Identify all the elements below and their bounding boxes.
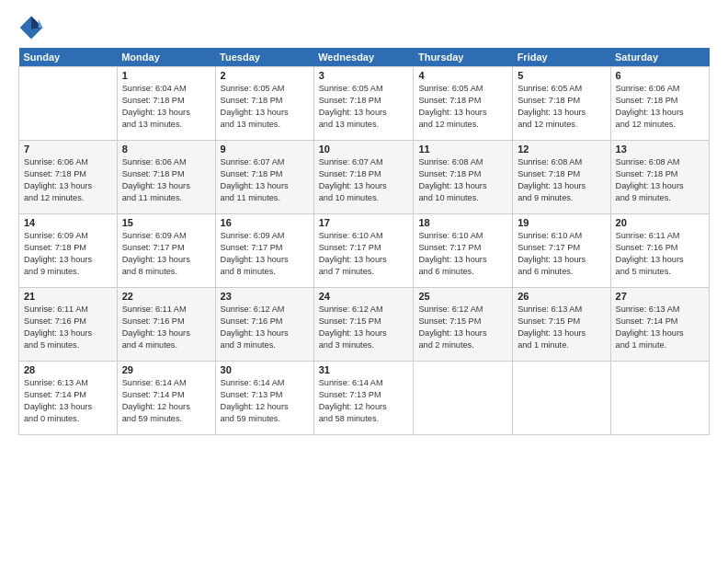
day-info: Sunrise: 6:14 AM Sunset: 7:13 PM Dayligh…	[221, 377, 309, 425]
calendar-cell: 13Sunrise: 6:08 AM Sunset: 7:18 PM Dayli…	[610, 141, 709, 214]
day-number: 30	[221, 364, 309, 375]
calendar-cell: 12Sunrise: 6:08 AM Sunset: 7:18 PM Dayli…	[513, 141, 610, 214]
week-row-5: 28Sunrise: 6:13 AM Sunset: 7:14 PM Dayli…	[19, 362, 710, 435]
calendar-cell: 14Sunrise: 6:09 AM Sunset: 7:18 PM Dayli…	[19, 214, 118, 288]
col-header-wednesday: Wednesday	[313, 48, 414, 67]
calendar-header-row: SundayMondayTuesdayWednesdayThursdayFrid…	[19, 48, 710, 67]
col-header-thursday: Thursday	[414, 48, 513, 67]
day-info: Sunrise: 6:06 AM Sunset: 7:18 PM Dayligh…	[24, 156, 112, 204]
calendar-cell: 11Sunrise: 6:08 AM Sunset: 7:18 PM Dayli…	[414, 141, 513, 214]
day-number: 12	[518, 144, 605, 155]
calendar-cell: 7Sunrise: 6:06 AM Sunset: 7:18 PM Daylig…	[19, 141, 118, 214]
day-info: Sunrise: 6:06 AM Sunset: 7:18 PM Dayligh…	[616, 83, 704, 131]
calendar-cell: 9Sunrise: 6:07 AM Sunset: 7:18 PM Daylig…	[215, 141, 313, 214]
calendar-cell: 1Sunrise: 6:04 AM Sunset: 7:18 PM Daylig…	[117, 67, 215, 141]
svg-marker-2	[39, 19, 43, 28]
day-number: 23	[221, 291, 309, 302]
day-number: 24	[319, 291, 409, 302]
day-info: Sunrise: 6:05 AM Sunset: 7:18 PM Dayligh…	[518, 83, 605, 131]
calendar-cell: 26Sunrise: 6:13 AM Sunset: 7:15 PM Dayli…	[513, 288, 610, 362]
day-number: 7	[24, 144, 112, 155]
logo	[18, 15, 48, 40]
calendar-cell: 30Sunrise: 6:14 AM Sunset: 7:13 PM Dayli…	[215, 362, 313, 435]
day-number: 18	[418, 217, 507, 228]
week-row-1: 1Sunrise: 6:04 AM Sunset: 7:18 PM Daylig…	[19, 67, 710, 141]
day-info: Sunrise: 6:09 AM Sunset: 7:17 PM Dayligh…	[122, 230, 210, 278]
day-number: 2	[221, 70, 309, 81]
day-number: 10	[319, 144, 409, 155]
logo-icon	[18, 15, 44, 40]
calendar-cell: 21Sunrise: 6:11 AM Sunset: 7:16 PM Dayli…	[19, 288, 118, 362]
day-number: 14	[24, 217, 112, 228]
day-info: Sunrise: 6:12 AM Sunset: 7:15 PM Dayligh…	[319, 304, 409, 351]
calendar-cell: 17Sunrise: 6:10 AM Sunset: 7:17 PM Dayli…	[313, 214, 414, 288]
calendar-cell: 29Sunrise: 6:14 AM Sunset: 7:14 PM Dayli…	[117, 362, 215, 435]
col-header-monday: Monday	[117, 48, 215, 67]
day-info: Sunrise: 6:11 AM Sunset: 7:16 PM Dayligh…	[24, 304, 112, 351]
calendar-cell: 3Sunrise: 6:05 AM Sunset: 7:18 PM Daylig…	[313, 67, 414, 141]
calendar-cell: 31Sunrise: 6:14 AM Sunset: 7:13 PM Dayli…	[313, 362, 414, 435]
calendar-cell: 4Sunrise: 6:05 AM Sunset: 7:18 PM Daylig…	[414, 67, 513, 141]
day-number: 9	[221, 144, 309, 155]
calendar-cell: 22Sunrise: 6:11 AM Sunset: 7:16 PM Dayli…	[117, 288, 215, 362]
week-row-3: 14Sunrise: 6:09 AM Sunset: 7:18 PM Dayli…	[19, 214, 710, 288]
calendar-cell: 16Sunrise: 6:09 AM Sunset: 7:17 PM Dayli…	[215, 214, 313, 288]
day-info: Sunrise: 6:12 AM Sunset: 7:15 PM Dayligh…	[418, 304, 507, 351]
day-number: 21	[24, 291, 112, 302]
day-info: Sunrise: 6:06 AM Sunset: 7:18 PM Dayligh…	[122, 156, 210, 204]
day-info: Sunrise: 6:07 AM Sunset: 7:18 PM Dayligh…	[319, 156, 409, 204]
calendar-table: SundayMondayTuesdayWednesdayThursdayFrid…	[18, 48, 710, 435]
day-info: Sunrise: 6:14 AM Sunset: 7:13 PM Dayligh…	[319, 377, 409, 425]
week-row-2: 7Sunrise: 6:06 AM Sunset: 7:18 PM Daylig…	[19, 141, 710, 214]
day-info: Sunrise: 6:04 AM Sunset: 7:18 PM Dayligh…	[122, 83, 210, 131]
col-header-friday: Friday	[513, 48, 610, 67]
day-number: 27	[616, 291, 704, 302]
day-info: Sunrise: 6:13 AM Sunset: 7:15 PM Dayligh…	[518, 304, 605, 351]
day-info: Sunrise: 6:10 AM Sunset: 7:17 PM Dayligh…	[319, 230, 409, 278]
page: SundayMondayTuesdayWednesdayThursdayFrid…	[0, 0, 728, 563]
day-number: 1	[122, 70, 210, 81]
day-info: Sunrise: 6:09 AM Sunset: 7:18 PM Dayligh…	[24, 230, 112, 278]
calendar-cell: 24Sunrise: 6:12 AM Sunset: 7:15 PM Dayli…	[313, 288, 414, 362]
calendar-cell: 28Sunrise: 6:13 AM Sunset: 7:14 PM Dayli…	[19, 362, 118, 435]
calendar-cell	[513, 362, 610, 435]
day-info: Sunrise: 6:10 AM Sunset: 7:17 PM Dayligh…	[518, 230, 605, 278]
day-info: Sunrise: 6:12 AM Sunset: 7:16 PM Dayligh…	[221, 304, 309, 351]
day-number: 17	[319, 217, 409, 228]
day-number: 15	[122, 217, 210, 228]
col-header-sunday: Sunday	[19, 48, 118, 67]
day-number: 4	[418, 70, 507, 81]
day-info: Sunrise: 6:13 AM Sunset: 7:14 PM Dayligh…	[24, 377, 112, 425]
day-info: Sunrise: 6:14 AM Sunset: 7:14 PM Dayligh…	[122, 377, 210, 425]
calendar-cell: 27Sunrise: 6:13 AM Sunset: 7:14 PM Dayli…	[610, 288, 709, 362]
day-number: 13	[616, 144, 704, 155]
calendar-cell: 18Sunrise: 6:10 AM Sunset: 7:17 PM Dayli…	[414, 214, 513, 288]
calendar-cell	[610, 362, 709, 435]
day-number: 16	[221, 217, 309, 228]
calendar-cell: 2Sunrise: 6:05 AM Sunset: 7:18 PM Daylig…	[215, 67, 313, 141]
calendar-cell	[19, 67, 118, 141]
calendar-cell: 5Sunrise: 6:05 AM Sunset: 7:18 PM Daylig…	[513, 67, 610, 141]
day-info: Sunrise: 6:05 AM Sunset: 7:18 PM Dayligh…	[221, 83, 309, 131]
day-number: 11	[418, 144, 507, 155]
col-header-tuesday: Tuesday	[215, 48, 313, 67]
day-info: Sunrise: 6:10 AM Sunset: 7:17 PM Dayligh…	[418, 230, 507, 278]
calendar-cell: 23Sunrise: 6:12 AM Sunset: 7:16 PM Dayli…	[215, 288, 313, 362]
day-info: Sunrise: 6:07 AM Sunset: 7:18 PM Dayligh…	[221, 156, 309, 204]
day-info: Sunrise: 6:05 AM Sunset: 7:18 PM Dayligh…	[319, 83, 409, 131]
col-header-saturday: Saturday	[610, 48, 709, 67]
calendar-cell: 8Sunrise: 6:06 AM Sunset: 7:18 PM Daylig…	[117, 141, 215, 214]
day-number: 26	[518, 291, 605, 302]
calendar-cell: 19Sunrise: 6:10 AM Sunset: 7:17 PM Dayli…	[513, 214, 610, 288]
day-number: 22	[122, 291, 210, 302]
day-number: 20	[616, 217, 704, 228]
header	[18, 15, 710, 40]
calendar-cell: 10Sunrise: 6:07 AM Sunset: 7:18 PM Dayli…	[313, 141, 414, 214]
calendar-cell	[414, 362, 513, 435]
day-info: Sunrise: 6:13 AM Sunset: 7:14 PM Dayligh…	[616, 304, 704, 351]
day-number: 31	[319, 364, 409, 375]
day-number: 3	[319, 70, 409, 81]
day-number: 8	[122, 144, 210, 155]
day-number: 6	[616, 70, 704, 81]
day-info: Sunrise: 6:11 AM Sunset: 7:16 PM Dayligh…	[122, 304, 210, 351]
